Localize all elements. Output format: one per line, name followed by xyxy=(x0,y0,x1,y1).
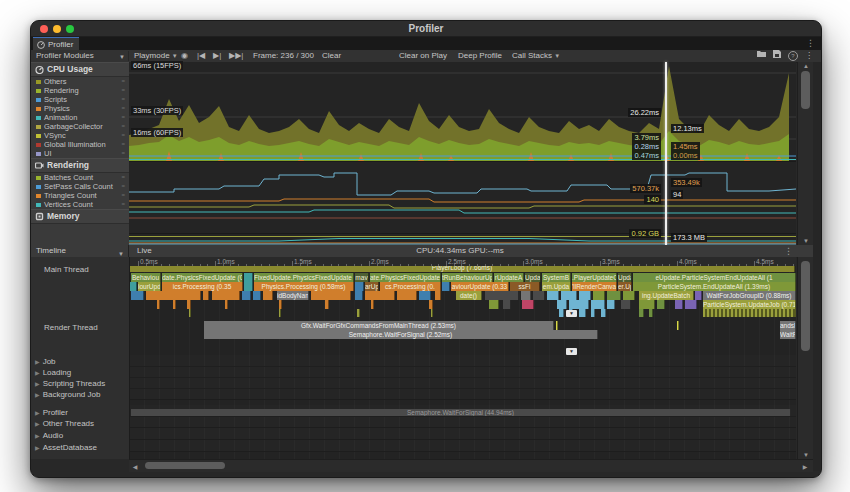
timeline-sample-bar-small[interactable] xyxy=(431,309,433,317)
legend-drag-handle[interactable]: = xyxy=(121,104,125,113)
timeline-sample-bar-small[interactable] xyxy=(253,291,261,300)
timeline-sample-bar-small[interactable] xyxy=(429,300,433,309)
timeline-sample-bar-small[interactable] xyxy=(621,300,631,309)
legend-item-batches-count[interactable]: Batches Count= xyxy=(31,173,129,182)
scroll-down-icon[interactable]: ▼ xyxy=(798,452,814,458)
timeline-sample-bar-small[interactable] xyxy=(639,309,644,317)
save-profile-icon[interactable] xyxy=(773,50,781,62)
call-stacks-dropdown[interactable]: Call Stacks ▼ xyxy=(509,50,563,62)
legend-drag-handle[interactable]: = xyxy=(121,77,125,86)
module-header-rendering[interactable]: Rendering xyxy=(31,158,129,173)
timeline-sample-bar-small[interactable] xyxy=(263,291,273,300)
deep-profile-toggle[interactable]: Deep Profile xyxy=(455,50,505,62)
legend-drag-handle[interactable]: = xyxy=(121,140,125,149)
timeline-sample-bar-small[interactable] xyxy=(244,282,253,291)
disclosure-triangle-icon[interactable]: ▶ xyxy=(35,445,40,451)
timeline-sample-bar-small[interactable] xyxy=(685,300,697,309)
timeline-sample-bar[interactable]: cs.Processing (0. xyxy=(380,282,441,291)
timeline-vertical-scrollbar[interactable]: ▼ xyxy=(797,257,814,459)
load-profile-icon[interactable] xyxy=(757,50,766,62)
timeline-scroll-thumb[interactable] xyxy=(801,261,810,351)
thread-label-background-job[interactable]: ▶Background Job xyxy=(31,390,129,399)
timeline-sample-bar-small[interactable] xyxy=(547,291,559,300)
timeline-sample-bar-small[interactable] xyxy=(189,309,191,317)
scroll-right-icon[interactable]: ▶ xyxy=(801,463,809,470)
timeline-sample-bar[interactable]: eUpdate.ParticleSystemEndUpdateAll (1 xyxy=(633,273,796,282)
tab-kebab-menu-icon[interactable]: ⋮ xyxy=(806,37,815,50)
timeline-sample-bar-small[interactable] xyxy=(639,300,655,309)
timeline-sample-bar-small[interactable] xyxy=(579,291,591,300)
timeline-sample-bar[interactable]: WaitForSi xyxy=(780,330,796,339)
toolbar-kebab-menu-icon[interactable]: ⋮ xyxy=(805,50,813,62)
timeline-sample-bar[interactable]: aviourUpdate (0.33 xyxy=(451,282,509,291)
scroll-down-icon[interactable]: ▼ xyxy=(798,238,814,244)
timeline-sample-bar-small[interactable] xyxy=(131,291,144,300)
legend-drag-handle[interactable]: = xyxy=(121,113,125,122)
charts-scroll-thumb[interactable] xyxy=(801,71,810,109)
timeline-sample-bar[interactable]: ParticleSystem.EndUpdateAll (1.39ms) xyxy=(633,282,796,291)
timeline-sample-bar[interactable]: ate.PhysicsFixedUpdate xyxy=(370,273,441,282)
timeline-sample-bar-small[interactable] xyxy=(623,291,635,300)
legend-drag-handle[interactable]: = xyxy=(121,86,125,95)
tab-profiler[interactable]: Profiler xyxy=(33,37,79,51)
timeline-sample-bar-small[interactable] xyxy=(607,291,621,300)
timeline-sample-bar[interactable]: Gfx.WaitForGfxCommandsFromMainThread (2.… xyxy=(204,321,554,330)
timeline-mode-dropdown[interactable]: Timeline▼ xyxy=(31,245,129,257)
timeline-kebab-menu-icon[interactable]: ⋮ xyxy=(784,245,793,257)
timeline-sample-bar-small[interactable] xyxy=(279,300,282,309)
timeline-sample-bar-small[interactable] xyxy=(212,291,240,300)
timeline-sample-bar-small[interactable] xyxy=(442,282,450,291)
thread-label-audio[interactable]: ▶Audio xyxy=(31,431,129,440)
timeline-sample-bar[interactable]: em.Upda xyxy=(542,282,571,291)
timeline-sample-bar[interactable]: Behaviou xyxy=(131,273,161,282)
timeline-sample-bar[interactable]: date.PhysicsFixedUpdate (0 xyxy=(162,273,243,282)
timeline-sample-bar-small[interactable] xyxy=(569,300,589,309)
timeline-sample-bar[interactable]: ssFi xyxy=(510,282,540,291)
thread-label-loading[interactable]: ▶Loading xyxy=(31,368,129,377)
thread-label-profiler[interactable]: ▶Profiler xyxy=(31,408,129,417)
clear-on-play-toggle[interactable]: Clear on Play xyxy=(396,50,450,62)
rendering-chart[interactable] xyxy=(129,162,796,234)
timeline-sample-bar[interactable]: .PlayerUpdateCan xyxy=(572,273,617,282)
timeline-sample-bar-small[interactable] xyxy=(371,300,374,309)
legend-item-animation[interactable]: Animation= xyxy=(31,113,129,122)
timeline-sample-bar-small[interactable] xyxy=(557,300,567,309)
module-header-cpu-usage[interactable]: CPU Usage xyxy=(31,62,129,77)
profiler-modules-dropdown[interactable]: Profiler Modules xyxy=(33,50,97,62)
thread-label-other-threads[interactable]: ▶Other Threads xyxy=(31,419,129,428)
thread-label-assetdatabase[interactable]: ▶AssetDatabase xyxy=(31,443,129,452)
timeline-sample-bar-small[interactable] xyxy=(675,300,683,309)
thread-group-row[interactable] xyxy=(129,428,796,440)
charts-vertical-scrollbar[interactable]: ▲ ▼ xyxy=(797,62,814,245)
timeline-sample-bar-small[interactable] xyxy=(579,309,586,317)
timeline-sample-bar-small[interactable] xyxy=(325,300,329,309)
timeline-horizontal-scrollbar[interactable]: ◀ ▶ xyxy=(129,459,813,472)
scroll-left-icon[interactable]: ◀ xyxy=(131,463,139,470)
thread-label-render-thread[interactable]: Render Thread xyxy=(31,323,129,332)
timeline-sample-bar[interactable]: arUpd xyxy=(365,282,379,291)
timeline-sample-bar-small[interactable] xyxy=(279,309,281,317)
timeline-sample-bar-small[interactable] xyxy=(244,273,253,282)
thread-label-job[interactable]: ▶Job xyxy=(31,357,129,366)
clear-button[interactable]: Clear xyxy=(319,50,344,62)
legend-item-scripts[interactable]: Scripts= xyxy=(31,95,129,104)
timeline-sample-bar-small[interactable] xyxy=(173,300,176,309)
legend-drag-handle[interactable]: = xyxy=(121,122,125,131)
disclosure-triangle-icon[interactable]: ▶ xyxy=(35,410,40,416)
timeline-sample-bar-small[interactable] xyxy=(242,291,251,300)
timeline-sample-bar[interactable]: date() xyxy=(456,291,482,300)
timeline-sample-bar-small[interactable] xyxy=(225,300,228,309)
timeline-sample-bar-small[interactable] xyxy=(533,291,545,300)
timeline-sample-bar[interactable]: er.Upd xyxy=(618,282,632,291)
previous-frame-button[interactable]: |◀ xyxy=(197,50,205,62)
timeline-sample-bar-small[interactable] xyxy=(556,321,558,330)
timeline-sample-bar[interactable]: mav xyxy=(355,273,369,282)
timeline-sample-bar-small[interactable] xyxy=(129,282,137,291)
timeline-sample-bar-small[interactable] xyxy=(695,291,702,300)
legend-drag-handle[interactable]: = xyxy=(121,95,125,104)
legend-item-setpass-calls-count[interactable]: SetPass Calls Count= xyxy=(31,182,129,191)
legend-drag-handle[interactable]: = xyxy=(121,173,125,182)
timeline-sample-bar-small[interactable] xyxy=(203,291,209,300)
timeline-sample-bar[interactable]: PlayerLoop (7.66ms) xyxy=(130,266,795,272)
timeline-sample-bar-small[interactable] xyxy=(703,309,796,317)
